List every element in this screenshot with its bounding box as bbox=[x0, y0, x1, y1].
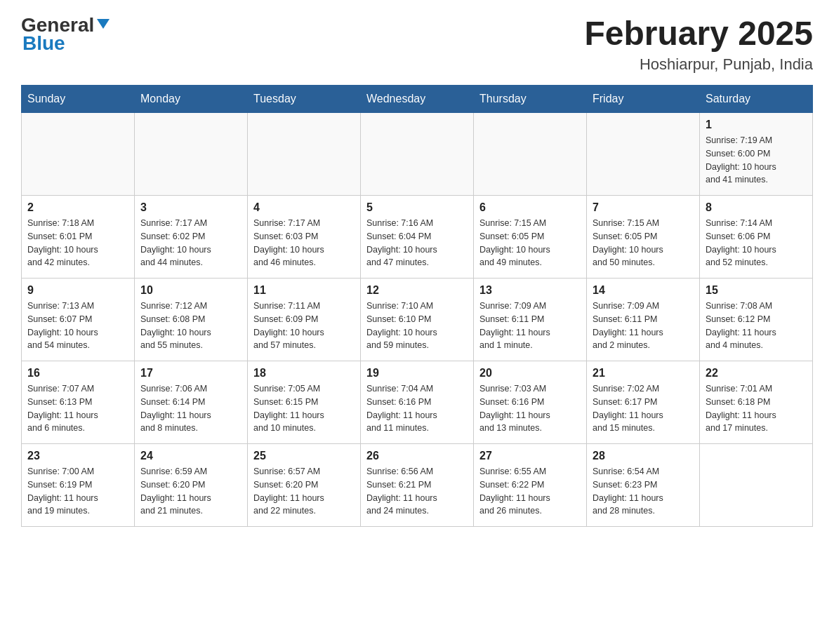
day-info: Sunrise: 7:02 AMSunset: 6:17 PMDaylight:… bbox=[593, 382, 694, 435]
day-info: Sunrise: 6:54 AMSunset: 6:23 PMDaylight:… bbox=[593, 465, 694, 518]
calendar-day-cell: 21Sunrise: 7:02 AMSunset: 6:17 PMDayligh… bbox=[587, 361, 700, 444]
day-number: 11 bbox=[253, 284, 355, 297]
calendar-day-cell: 25Sunrise: 6:57 AMSunset: 6:20 PMDayligh… bbox=[248, 444, 361, 527]
weekday-header-monday: Monday bbox=[135, 86, 248, 113]
calendar-day-cell: 4Sunrise: 7:17 AMSunset: 6:03 PMDaylight… bbox=[248, 196, 361, 279]
calendar-day-cell: 20Sunrise: 7:03 AMSunset: 6:16 PMDayligh… bbox=[474, 361, 587, 444]
day-info: Sunrise: 7:01 AMSunset: 6:18 PMDaylight:… bbox=[706, 382, 807, 435]
calendar-day-cell: 27Sunrise: 6:55 AMSunset: 6:22 PMDayligh… bbox=[474, 444, 587, 527]
calendar-day-cell: 10Sunrise: 7:12 AMSunset: 6:08 PMDayligh… bbox=[135, 279, 248, 361]
calendar-day-cell: 13Sunrise: 7:09 AMSunset: 6:11 PMDayligh… bbox=[474, 279, 587, 361]
day-number: 27 bbox=[479, 450, 581, 462]
day-info: Sunrise: 7:10 AMSunset: 6:10 PMDaylight:… bbox=[366, 300, 468, 352]
day-info: Sunrise: 7:00 AMSunset: 6:19 PMDaylight:… bbox=[27, 465, 128, 518]
weekday-header-friday: Friday bbox=[587, 86, 700, 113]
svg-marker-0 bbox=[97, 19, 110, 29]
calendar-day-cell: 24Sunrise: 6:59 AMSunset: 6:20 PMDayligh… bbox=[135, 444, 248, 527]
calendar-day-cell bbox=[474, 113, 587, 196]
calendar-day-cell: 1Sunrise: 7:19 AMSunset: 6:00 PMDaylight… bbox=[700, 113, 813, 196]
weekday-header-saturday: Saturday bbox=[700, 86, 813, 113]
day-number: 14 bbox=[593, 284, 694, 297]
logo-blue-text: Blue bbox=[22, 32, 65, 55]
calendar-day-cell: 7Sunrise: 7:15 AMSunset: 6:05 PMDaylight… bbox=[587, 196, 700, 279]
day-info: Sunrise: 6:57 AMSunset: 6:20 PMDaylight:… bbox=[253, 465, 355, 518]
day-info: Sunrise: 7:15 AMSunset: 6:05 PMDaylight:… bbox=[479, 217, 581, 269]
day-info: Sunrise: 7:07 AMSunset: 6:13 PMDaylight:… bbox=[27, 382, 128, 435]
day-number: 28 bbox=[593, 450, 694, 462]
day-number: 12 bbox=[366, 284, 468, 297]
title-area: February 2025 Hoshiarpur, Punjab, India bbox=[584, 14, 813, 74]
day-info: Sunrise: 7:11 AMSunset: 6:09 PMDaylight:… bbox=[253, 300, 355, 352]
day-number: 10 bbox=[140, 284, 241, 297]
day-info: Sunrise: 7:15 AMSunset: 6:05 PMDaylight:… bbox=[593, 217, 694, 269]
day-number: 6 bbox=[479, 201, 581, 214]
calendar-day-cell bbox=[135, 113, 248, 196]
calendar-day-cell: 9Sunrise: 7:13 AMSunset: 6:07 PMDaylight… bbox=[22, 279, 135, 361]
day-number: 25 bbox=[253, 450, 355, 462]
day-info: Sunrise: 6:56 AMSunset: 6:21 PMDaylight:… bbox=[366, 465, 468, 518]
page-subtitle: Hoshiarpur, Punjab, India bbox=[584, 55, 813, 74]
page-header: General Blue February 2025 Hoshiarpur, P… bbox=[21, 14, 813, 74]
calendar-day-cell: 15Sunrise: 7:08 AMSunset: 6:12 PMDayligh… bbox=[700, 279, 813, 361]
calendar-day-cell bbox=[248, 113, 361, 196]
calendar-day-cell: 11Sunrise: 7:11 AMSunset: 6:09 PMDayligh… bbox=[248, 279, 361, 361]
day-info: Sunrise: 7:19 AMSunset: 6:00 PMDaylight:… bbox=[706, 134, 807, 187]
day-number: 9 bbox=[27, 284, 128, 297]
day-number: 16 bbox=[27, 367, 128, 380]
calendar-day-cell: 5Sunrise: 7:16 AMSunset: 6:04 PMDaylight… bbox=[361, 196, 474, 279]
day-info: Sunrise: 7:14 AMSunset: 6:06 PMDaylight:… bbox=[706, 217, 807, 269]
day-number: 18 bbox=[253, 367, 355, 380]
weekday-header-thursday: Thursday bbox=[474, 86, 587, 113]
day-info: Sunrise: 7:08 AMSunset: 6:12 PMDaylight:… bbox=[706, 300, 807, 352]
day-info: Sunrise: 6:59 AMSunset: 6:20 PMDaylight:… bbox=[140, 465, 241, 518]
day-number: 13 bbox=[479, 284, 581, 297]
day-info: Sunrise: 7:16 AMSunset: 6:04 PMDaylight:… bbox=[366, 217, 468, 269]
calendar-table: SundayMondayTuesdayWednesdayThursdayFrid… bbox=[21, 85, 813, 527]
calendar-day-cell: 8Sunrise: 7:14 AMSunset: 6:06 PMDaylight… bbox=[700, 196, 813, 279]
calendar-week-row: 1Sunrise: 7:19 AMSunset: 6:00 PMDaylight… bbox=[22, 113, 813, 196]
calendar-day-cell: 28Sunrise: 6:54 AMSunset: 6:23 PMDayligh… bbox=[587, 444, 700, 527]
day-info: Sunrise: 7:05 AMSunset: 6:15 PMDaylight:… bbox=[253, 382, 355, 435]
day-number: 22 bbox=[706, 367, 807, 380]
calendar-week-row: 9Sunrise: 7:13 AMSunset: 6:07 PMDaylight… bbox=[22, 279, 813, 361]
day-info: Sunrise: 7:09 AMSunset: 6:11 PMDaylight:… bbox=[479, 300, 581, 352]
weekday-header-wednesday: Wednesday bbox=[361, 86, 474, 113]
calendar-day-cell: 17Sunrise: 7:06 AMSunset: 6:14 PMDayligh… bbox=[135, 361, 248, 444]
day-number: 20 bbox=[479, 367, 581, 380]
calendar-day-cell: 23Sunrise: 7:00 AMSunset: 6:19 PMDayligh… bbox=[22, 444, 135, 527]
day-number: 4 bbox=[253, 201, 355, 214]
day-number: 26 bbox=[366, 450, 468, 462]
weekday-header-sunday: Sunday bbox=[22, 86, 135, 113]
logo-triangle-icon bbox=[95, 16, 111, 32]
logo-area: General Blue bbox=[21, 14, 111, 55]
calendar-week-row: 16Sunrise: 7:07 AMSunset: 6:13 PMDayligh… bbox=[22, 361, 813, 444]
day-info: Sunrise: 6:55 AMSunset: 6:22 PMDaylight:… bbox=[479, 465, 581, 518]
day-number: 3 bbox=[140, 201, 241, 214]
calendar-day-cell: 16Sunrise: 7:07 AMSunset: 6:13 PMDayligh… bbox=[22, 361, 135, 444]
calendar-day-cell: 14Sunrise: 7:09 AMSunset: 6:11 PMDayligh… bbox=[587, 279, 700, 361]
day-number: 1 bbox=[706, 119, 807, 131]
calendar-day-cell bbox=[361, 113, 474, 196]
day-info: Sunrise: 7:17 AMSunset: 6:03 PMDaylight:… bbox=[253, 217, 355, 269]
day-info: Sunrise: 7:17 AMSunset: 6:02 PMDaylight:… bbox=[140, 217, 241, 269]
day-number: 15 bbox=[706, 284, 807, 297]
calendar-day-cell: 2Sunrise: 7:18 AMSunset: 6:01 PMDaylight… bbox=[22, 196, 135, 279]
page-title: February 2025 bbox=[584, 14, 813, 53]
calendar-day-cell bbox=[22, 113, 135, 196]
day-number: 5 bbox=[366, 201, 468, 214]
day-info: Sunrise: 7:13 AMSunset: 6:07 PMDaylight:… bbox=[27, 300, 128, 352]
day-number: 23 bbox=[27, 450, 128, 462]
day-number: 17 bbox=[140, 367, 241, 380]
day-info: Sunrise: 7:03 AMSunset: 6:16 PMDaylight:… bbox=[479, 382, 581, 435]
calendar-day-cell: 3Sunrise: 7:17 AMSunset: 6:02 PMDaylight… bbox=[135, 196, 248, 279]
calendar-week-row: 2Sunrise: 7:18 AMSunset: 6:01 PMDaylight… bbox=[22, 196, 813, 279]
weekday-header-row: SundayMondayTuesdayWednesdayThursdayFrid… bbox=[22, 86, 813, 113]
calendar-week-row: 23Sunrise: 7:00 AMSunset: 6:19 PMDayligh… bbox=[22, 444, 813, 527]
day-number: 24 bbox=[140, 450, 241, 462]
day-info: Sunrise: 7:04 AMSunset: 6:16 PMDaylight:… bbox=[366, 382, 468, 435]
calendar-day-cell bbox=[587, 113, 700, 196]
calendar-day-cell: 19Sunrise: 7:04 AMSunset: 6:16 PMDayligh… bbox=[361, 361, 474, 444]
weekday-header-tuesday: Tuesday bbox=[248, 86, 361, 113]
calendar-day-cell: 22Sunrise: 7:01 AMSunset: 6:18 PMDayligh… bbox=[700, 361, 813, 444]
day-info: Sunrise: 7:06 AMSunset: 6:14 PMDaylight:… bbox=[140, 382, 241, 435]
